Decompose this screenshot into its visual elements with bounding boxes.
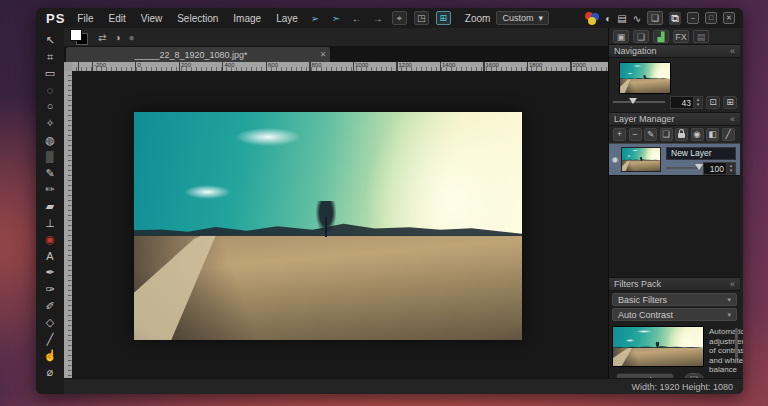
canvas-image[interactable] xyxy=(134,112,522,340)
description-scrollbar[interactable] xyxy=(735,328,738,358)
crop-tool[interactable]: ⌗ xyxy=(40,49,60,66)
ruler-label: 600 xyxy=(268,62,278,68)
filter-preview-thumbnail[interactable] xyxy=(612,326,704,367)
draw-layer-button[interactable]: ╱ xyxy=(722,128,735,141)
fill-tool[interactable]: ◍ xyxy=(40,132,60,149)
chevron-down-icon: ▾ xyxy=(538,13,543,23)
maximize-button[interactable]: □ xyxy=(705,12,717,24)
paint-layer-button[interactable]: ✎ xyxy=(644,128,657,141)
filter-category-value: Basic Filters xyxy=(618,295,667,305)
tab-bar: _____22_8_1920_1080.jpg* ✕ xyxy=(64,46,608,62)
brush-dot-icon[interactable]: ● xyxy=(128,32,134,43)
minimize-button[interactable]: – xyxy=(687,12,699,24)
red-eye-tool[interactable]: ◉ xyxy=(40,231,60,248)
filter-category-select[interactable]: Basic Filters ▾ xyxy=(612,293,737,306)
layer-row[interactable]: ◉ New Layer 100 ▲▼ xyxy=(609,143,740,176)
layer-opacity-slider[interactable] xyxy=(666,167,698,169)
tab-close-icon[interactable]: ✕ xyxy=(316,50,330,59)
collapse-icon[interactable]: « xyxy=(730,114,735,124)
contrast-icon[interactable]: ◐ xyxy=(605,13,611,24)
menu-file[interactable]: File xyxy=(77,13,93,24)
canvas-area[interactable] xyxy=(72,71,608,378)
remove-layer-button[interactable]: − xyxy=(629,128,642,141)
menu-selection[interactable]: Selection xyxy=(177,13,218,24)
slider-handle[interactable] xyxy=(695,164,703,170)
clone-stamp-tool[interactable]: ⊥ xyxy=(40,215,60,232)
lasso-tool[interactable]: ○ xyxy=(40,98,60,115)
brush-tool[interactable]: ✏ xyxy=(40,181,60,198)
history-back-icon[interactable]: ← xyxy=(350,13,364,24)
tab-list[interactable]: ▤ xyxy=(693,30,709,43)
select-tool-icon[interactable]: ➢ xyxy=(308,13,322,24)
layer-opacity-value[interactable]: 100 xyxy=(703,162,727,175)
app-logo: PS xyxy=(36,11,77,26)
measure-tool[interactable]: ╱ xyxy=(40,331,60,348)
slider-handle[interactable] xyxy=(629,98,637,104)
document-tab[interactable]: _____22_8_1920_1080.jpg* ✕ xyxy=(66,47,330,62)
curves-icon[interactable]: ∿ xyxy=(633,13,641,24)
zoom-mode-select[interactable]: Custom ▾ xyxy=(496,11,549,25)
filters-pack-title: Filters Pack xyxy=(614,279,661,289)
color-swatches[interactable] xyxy=(70,29,90,45)
step-down-icon[interactable]: ▼ xyxy=(694,102,702,108)
horizontal-ruler: -200020040060080010001200140016001800200… xyxy=(72,62,608,71)
swap-colors-icon[interactable]: ⇄ xyxy=(98,32,106,43)
frame-view-icon[interactable]: ◳ xyxy=(414,11,429,25)
zoom-fit-icon[interactable]: ⊡ xyxy=(706,96,720,109)
layer-manager-header[interactable]: Layer Manager « xyxy=(609,112,740,126)
gradient-tool[interactable]: ▒ xyxy=(40,148,60,165)
menu-image[interactable]: Image xyxy=(233,13,261,24)
layers-panel-icon[interactable]: ❏ xyxy=(647,11,663,25)
foreground-color-swatch[interactable] xyxy=(70,29,82,41)
target-view-icon[interactable]: ⌖ xyxy=(392,11,407,25)
duplicate-layer-button[interactable]: ❏ xyxy=(660,128,673,141)
filters-pack-header[interactable]: Filters Pack « xyxy=(609,277,740,291)
ellipse-select-tool[interactable]: ◌ xyxy=(40,82,60,99)
filter-select[interactable]: Auto Contrast ▾ xyxy=(612,308,737,321)
polygon-tool[interactable]: ◇ xyxy=(40,314,60,331)
text-tool[interactable]: A xyxy=(40,248,60,265)
rect-select-tool[interactable]: ▭ xyxy=(40,65,60,82)
eraser-tool[interactable]: ▰ xyxy=(40,198,60,215)
add-layer-button[interactable]: + xyxy=(613,128,626,141)
lock-layer-button[interactable] xyxy=(675,128,688,141)
select-alt-tool-icon[interactable]: ➣ xyxy=(329,13,343,24)
mask-layer-button[interactable]: ◧ xyxy=(706,128,719,141)
layer-thumbnail[interactable] xyxy=(621,147,661,172)
zoom-actual-icon[interactable]: ⊞ xyxy=(723,96,737,109)
zoom-tool[interactable]: ⌀ xyxy=(40,364,60,381)
visibility-layer-button[interactable]: ◉ xyxy=(691,128,704,141)
layer-name-field[interactable]: New Layer xyxy=(666,147,736,160)
layer-opacity-spinbox[interactable]: 100 ▲▼ xyxy=(703,162,736,175)
step-down-icon[interactable]: ▼ xyxy=(727,168,735,174)
navigation-header[interactable]: Navigation « xyxy=(609,44,740,58)
path-select-tool[interactable]: ✐ xyxy=(40,298,60,315)
menu-edit[interactable]: Edit xyxy=(108,13,125,24)
tab-layers[interactable]: ❏ xyxy=(633,30,649,43)
close-button[interactable]: ✕ xyxy=(723,12,735,24)
color-picker-tool[interactable]: ✧ xyxy=(40,115,60,132)
levels-icon[interactable]: ▤ xyxy=(617,13,626,24)
history-forward-icon[interactable]: → xyxy=(371,13,385,24)
nav-zoom-value[interactable]: 43 xyxy=(670,96,694,109)
collapse-icon[interactable]: « xyxy=(730,46,735,56)
move-tool[interactable]: ↖ xyxy=(40,32,60,49)
pencil-tool[interactable]: ✎ xyxy=(40,165,60,182)
menu-view[interactable]: View xyxy=(141,13,163,24)
nav-zoom-slider[interactable] xyxy=(613,101,665,103)
layer-visibility-icon[interactable]: ◉ xyxy=(609,155,621,164)
color-wheel-icon[interactable] xyxy=(585,12,599,25)
pen-add-tool[interactable]: ✑ xyxy=(40,281,60,298)
tab-image[interactable]: ▣ xyxy=(613,30,629,43)
hand-tool[interactable]: ☝ xyxy=(40,347,60,364)
navigation-thumbnail[interactable] xyxy=(619,62,671,94)
grid-view-icon[interactable]: ⊞ xyxy=(436,11,451,25)
tab-effects[interactable]: FX xyxy=(673,30,689,43)
collapse-icon[interactable]: « xyxy=(730,279,735,289)
blend-mode-icon[interactable]: ◑ xyxy=(114,32,120,43)
pen-tool[interactable]: ✒ xyxy=(40,264,60,281)
restore-window-icon[interactable]: ⧉ xyxy=(669,12,681,25)
tab-histogram[interactable]: ▟ xyxy=(653,30,669,43)
menu-layer[interactable]: Laye xyxy=(276,13,298,24)
nav-zoom-spinbox[interactable]: 43 ▲▼ xyxy=(670,96,703,109)
